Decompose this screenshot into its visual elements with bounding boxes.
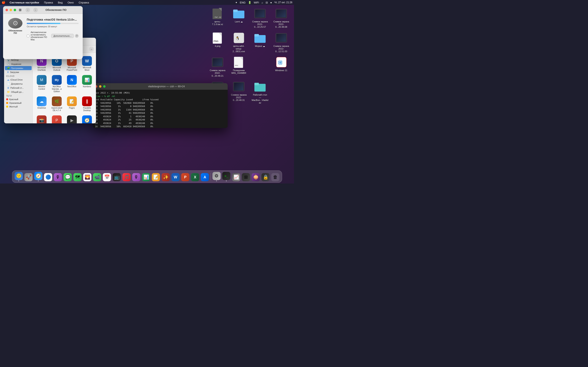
sidebar-item-downloads[interactable]: ⬇ Загрузки: [5, 70, 32, 74]
terminal-min-btn[interactable]: [99, 85, 102, 88]
sidebar-tag-red[interactable]: Красный: [4, 98, 33, 101]
app-neooffice[interactable]: N NeoOffice: [65, 74, 79, 94]
app-mission-control[interactable]: M Mission Control: [35, 74, 49, 94]
desktop-icon-qemu-exe[interactable]: 🐧 qemu-w64-setup-2...0831.exe: [229, 31, 249, 54]
dock-item-keynote[interactable]: ✨: [161, 173, 170, 181]
terminal-body[interactable]: бря 2022 г. 19:55:00 (МСК) slav ~ % df -…: [93, 90, 228, 128]
terminal-line-9: 64 493024 1% 49 4930240 0%: [95, 122, 226, 125]
dock-item-prefs[interactable]: ⚙: [212, 172, 221, 181]
dock-item-safari[interactable]: 🧭: [34, 172, 43, 181]
terminal-max-btn[interactable]: [103, 85, 105, 88]
dock-item-podcasts2[interactable]: 🎙: [132, 173, 141, 181]
app-parallels[interactable]: ∥ Parallels Desktop: [80, 95, 94, 113]
sidebar-desktop-label: Рабочий ст...: [10, 87, 24, 89]
terminal-line-8: 88 493024 2% 25 4930240 0%: [95, 118, 226, 122]
control-center-icon[interactable]: ⊟: [266, 1, 268, 4]
dock-item-maps[interactable]: 🗺: [73, 173, 82, 181]
maximize-button[interactable]: [14, 9, 16, 11]
dop-button[interactable]: Дополнительно...: [51, 34, 74, 38]
sidebar-item-icloud-drive[interactable]: ☁ iCloud Drive: [5, 78, 32, 82]
desktop-icon-pseudonim[interactable]: alias Псевдоним W81_X64MBR: [229, 55, 249, 78]
desktop-icon-larni[interactable]: Larni ☁: [229, 6, 249, 30]
dock-item-pages[interactable]: 📝: [151, 173, 160, 181]
menu-pravka[interactable]: Правка: [43, 1, 54, 4]
menu-vid[interactable]: Вид: [57, 1, 63, 4]
dock-item-tv[interactable]: 📺: [112, 173, 121, 181]
dock-item-calendar[interactable]: 📅: [103, 173, 112, 181]
menu-spravka[interactable]: Справка: [78, 1, 90, 4]
bluetooth-icon[interactable]: ✦: [235, 1, 237, 4]
recent-icon: 🕐: [7, 63, 10, 66]
screenshot-3-label: Снимок экрана 2022-0...12.51.03: [273, 45, 290, 53]
dock-item-podcasts[interactable]: 🎙: [53, 173, 62, 181]
sidebar-item-shared[interactable]: 📁 Общий до...: [5, 90, 32, 94]
dock-item-terminal[interactable]: >_: [222, 172, 231, 181]
safari-icon: 🧭: [82, 115, 92, 123]
sidebar-item-documents[interactable]: 📄 Документы: [5, 82, 32, 86]
app-safari[interactable]: 🧭 Safari: [80, 114, 94, 123]
finder-search-btn[interactable]: ⌕: [89, 47, 94, 52]
myoffice-label: MyOffice Standar...e Edition: [51, 85, 63, 93]
dock-item-numbers[interactable]: 📊: [142, 173, 151, 181]
dock-item-finder[interactable]: 🙂: [14, 172, 23, 181]
siri-menubar-icon[interactable]: ●: [270, 1, 272, 4]
desktop-icon-windows11[interactable]: ⊞ Windows 11: [272, 55, 291, 78]
word-dock-icon: W: [172, 173, 180, 181]
app-quicktime[interactable]: ▶ QuickTime Player: [65, 114, 79, 123]
dock-item-trash[interactable]: 🗑: [271, 173, 280, 181]
dock-item-torbrowser[interactable]: 🧅: [251, 173, 260, 181]
sidebar-item-programs[interactable]: 🧩 Программы: [5, 66, 32, 70]
desktop-icon-desktop-folder[interactable]: Рабочий стол — MacBoo...Vladislav: [250, 79, 270, 106]
app-myoffice[interactable]: My MyOffice Standar...e Edition: [50, 74, 64, 94]
menu-okno[interactable]: Окно: [67, 1, 75, 4]
back-button[interactable]: ‹: [26, 8, 30, 12]
desktop-icon-screenshot-2[interactable]: Снимок экрана 2022-0...20.48.08: [272, 6, 291, 30]
battery-icon[interactable]: 🔋: [248, 1, 251, 4]
dock-item-appstore[interactable]: A: [200, 173, 209, 181]
dock-item-powerpoint[interactable]: P: [181, 173, 190, 181]
dock-item-word[interactable]: W: [171, 173, 180, 181]
desktop-icon-qemu-tar[interactable]: .tar.xz qemu-7.1.0.tar.xz: [208, 6, 227, 30]
desktop-icon-screenshot-4[interactable]: Снимок экрана 2022-0...20.48.21: [208, 55, 227, 78]
dock-item-launchpad[interactable]: 🚀: [24, 173, 33, 181]
app-pages[interactable]: 📝 Pages: [65, 95, 79, 113]
sidebar-tag-orange[interactable]: Оранжевый: [4, 101, 33, 105]
search-icon[interactable]: ⌕: [261, 1, 263, 4]
dock-item-filesafe[interactable]: 🔒: [261, 173, 270, 181]
desktop-icon-screenshot-6[interactable]: Снимок экрана 2022-0...20.48.31: [229, 79, 249, 106]
auto-update-checkbox[interactable]: [27, 35, 29, 37]
apple-logo[interactable]: 🍎: [2, 1, 6, 4]
app-opencoboll[interactable]: 🌿 OpenCobollDE-4.7.4: [50, 95, 64, 113]
grid-view-icon[interactable]: ⊞: [18, 8, 22, 12]
desktop-icon-screenshot-3[interactable]: Снимок экрана 2022-0...12.51.03: [272, 31, 291, 54]
sidebar-item-desktop[interactable]: 🖥 Рабочий ст...: [5, 86, 32, 90]
desktop-icon-mojave[interactable]: Mojave ☁: [250, 31, 270, 54]
dock-item-music[interactable]: 🎵: [122, 173, 131, 181]
sidebar-tag-yellow[interactable]: Желтый: [4, 105, 33, 108]
orange-tag-label: Оранжевый: [9, 102, 21, 104]
powerpoint-label: Microsoft PowerPoint: [66, 67, 78, 71]
menu-app-name[interactable]: Системные настройки: [9, 1, 40, 4]
help-button[interactable]: ?: [75, 34, 79, 38]
sidebar-item-recent[interactable]: 🕐 Недавние: [5, 62, 32, 66]
desktop-icon-screenshot-1[interactable]: Снимок экрана 2022-0...10.25.57: [250, 6, 270, 30]
dock-item-photos[interactable]: 🌄: [83, 173, 92, 181]
app-psiphon[interactable]: P Psiphon: [50, 114, 64, 123]
minimize-button[interactable]: [9, 9, 12, 11]
dock-item-activity[interactable]: 📈: [232, 173, 241, 181]
app-onedrive[interactable]: ☁ OneDrive: [35, 95, 49, 113]
app-numbers[interactable]: 📊 Numbers: [80, 74, 94, 94]
dock-item-excel[interactable]: X: [191, 173, 200, 181]
screenshot-2-label: Снимок экрана 2022-0...20.48.08: [273, 20, 290, 29]
forward-button[interactable]: ›: [33, 8, 38, 12]
app-photo-booth[interactable]: 📸 Photo Booth: [35, 114, 49, 123]
wifi-icon[interactable]: WiFi: [254, 1, 259, 4]
dock-item-chrome[interactable]: 🔵: [44, 173, 53, 181]
dock-item-messages[interactable]: 💬: [63, 173, 72, 181]
close-button[interactable]: [6, 9, 8, 11]
dock-item-facetime[interactable]: 📹: [93, 173, 102, 181]
trash-dock-icon: 🗑: [271, 173, 279, 181]
desktop-icon-4png[interactable]: PNG 4.png: [208, 31, 227, 54]
dock-item-switches[interactable]: ⊞: [242, 173, 251, 181]
launchpad-dock-icon: 🚀: [25, 173, 33, 181]
